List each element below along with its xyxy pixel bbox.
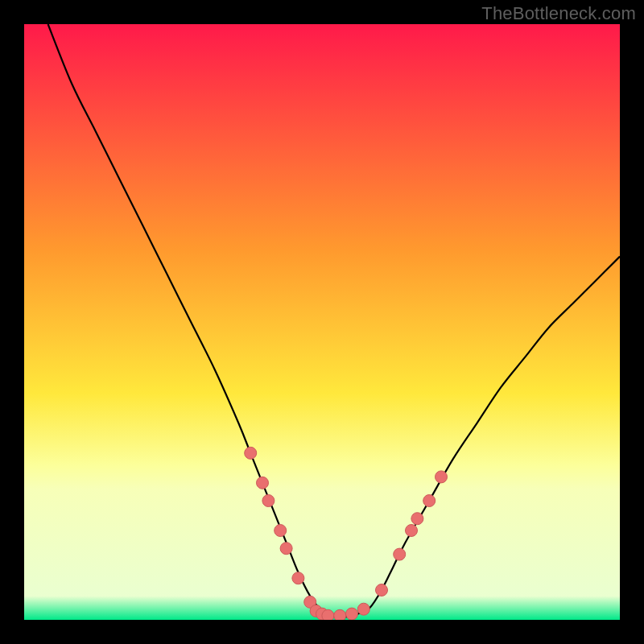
data-marker: [292, 572, 304, 584]
data-marker: [436, 471, 448, 483]
data-marker: [357, 603, 369, 615]
data-marker: [245, 447, 257, 459]
data-marker: [280, 543, 292, 555]
data-marker: [411, 513, 423, 525]
data-marker: [394, 548, 406, 560]
data-marker: [275, 525, 287, 537]
data-marker: [376, 584, 388, 597]
chart-frame: [24, 24, 620, 620]
data-marker: [406, 525, 418, 537]
bottleneck-chart: [24, 24, 620, 620]
data-marker: [322, 609, 334, 620]
data-marker: [257, 477, 269, 489]
gradient-background: [24, 24, 620, 620]
data-marker: [423, 495, 436, 507]
data-marker: [334, 609, 346, 620]
data-marker: [262, 495, 275, 507]
watermark-text: TheBottleneck.com: [481, 3, 636, 24]
data-marker: [346, 608, 358, 620]
